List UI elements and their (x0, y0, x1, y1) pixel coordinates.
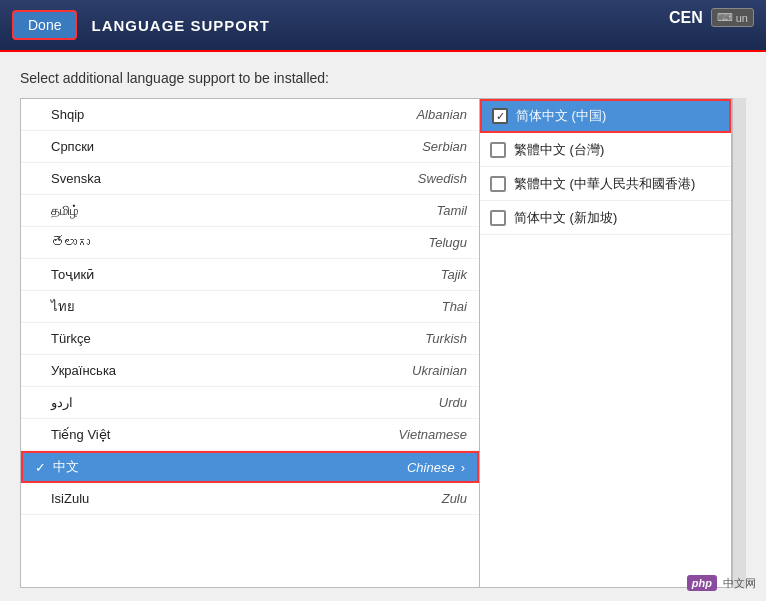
language-list-item[interactable]: IsiZuluZulu (21, 483, 479, 515)
arrow-icon: › (461, 460, 465, 475)
lang-english: Chinese (345, 460, 455, 475)
lang-name: اردو (51, 395, 357, 410)
language-list-item[interactable]: اردوUrdu (21, 387, 479, 419)
lang-english: Zulu (357, 491, 467, 506)
right-item-label: 简体中文 (新加坡) (514, 209, 617, 227)
right-item-label: 繁體中文 (台灣) (514, 141, 604, 159)
checkbox-icon (490, 142, 506, 158)
bottom-area: php 中文网 (687, 575, 756, 591)
language-list-item[interactable]: ✓中文Chinese› (21, 451, 479, 483)
right-item-label: 简体中文 (中国) (516, 107, 606, 125)
lists-container: ShqipAlbanianСрпскиSerbianSvenskaSwedish… (20, 98, 746, 588)
lang-english: Telugu (357, 235, 467, 250)
checkbox-icon (490, 210, 506, 226)
title-bar: Done LANGUAGE SUPPORT CEN ⌨ un (0, 0, 766, 52)
right-panel-item[interactable]: 繁體中文 (中華人民共和國香港) (480, 167, 731, 201)
lang-english: Urdu (357, 395, 467, 410)
checkmark-icon: ✓ (35, 460, 53, 475)
lang-english: Vietnamese (357, 427, 467, 442)
lang-english: Tamil (357, 203, 467, 218)
lang-name: Türkçe (51, 331, 357, 346)
language-list-item[interactable]: ShqipAlbanian (21, 99, 479, 131)
lang-english: Swedish (357, 171, 467, 186)
right-panel[interactable]: 简体中文 (中国)繁體中文 (台灣)繁體中文 (中華人民共和國香港)简体中文 (… (480, 98, 732, 588)
cen-label: CEN (669, 9, 703, 27)
lang-name: Shqip (51, 107, 357, 122)
lang-name: తెలుగు (51, 235, 357, 250)
right-item-label: 繁體中文 (中華人民共和國香港) (514, 175, 695, 193)
keyboard-icon[interactable]: ⌨ un (711, 8, 754, 27)
lang-english: Serbian (357, 139, 467, 154)
php-badge: php (687, 575, 717, 591)
language-list-item[interactable]: ไทยThai (21, 291, 479, 323)
subtitle-text: Select additional language support to be… (20, 70, 746, 86)
lang-name: Тоҷикӣ (51, 267, 357, 282)
language-list-item[interactable]: УкраїнськаUkrainian (21, 355, 479, 387)
language-list[interactable]: ShqipAlbanianСрпскиSerbianSvenskaSwedish… (20, 98, 480, 588)
language-list-item[interactable]: தமிழ்Tamil (21, 195, 479, 227)
lang-name: தமிழ் (51, 203, 357, 219)
lang-name: IsiZulu (51, 491, 357, 506)
checkbox-icon (490, 176, 506, 192)
lang-name: 中文 (53, 458, 345, 476)
lang-english: Turkish (357, 331, 467, 346)
lang-english: Tajik (357, 267, 467, 282)
watermark-text: 中文网 (723, 576, 756, 591)
language-list-item[interactable]: SvenskaSwedish (21, 163, 479, 195)
keyboard-label: un (736, 12, 748, 24)
scrollbar[interactable] (732, 98, 746, 588)
window-title: LANGUAGE SUPPORT (91, 17, 270, 34)
language-list-item[interactable]: СрпскиSerbian (21, 131, 479, 163)
language-list-item[interactable]: ТоҷикӣTajik (21, 259, 479, 291)
language-list-item[interactable]: Tiếng ViệtVietnamese (21, 419, 479, 451)
done-button[interactable]: Done (12, 10, 77, 40)
checkbox-icon (492, 108, 508, 124)
lang-name: Svenska (51, 171, 357, 186)
lang-english: Albanian (357, 107, 467, 122)
title-bar-right: CEN ⌨ un (669, 8, 754, 27)
right-panel-item[interactable]: 简体中文 (新加坡) (480, 201, 731, 235)
lang-english: Ukrainian (357, 363, 467, 378)
lang-english: Thai (357, 299, 467, 314)
language-list-item[interactable]: తెలుగుTelugu (21, 227, 479, 259)
language-list-item[interactable]: TürkçeTurkish (21, 323, 479, 355)
main-content: Select additional language support to be… (0, 52, 766, 601)
right-panel-item[interactable]: 繁體中文 (台灣) (480, 133, 731, 167)
lang-name: Українська (51, 363, 357, 378)
lang-name: Tiếng Việt (51, 427, 357, 442)
lang-name: Српски (51, 139, 357, 154)
lang-name: ไทย (51, 296, 357, 317)
right-panel-item[interactable]: 简体中文 (中国) (480, 99, 731, 133)
keyboard-symbol: ⌨ (717, 11, 733, 24)
